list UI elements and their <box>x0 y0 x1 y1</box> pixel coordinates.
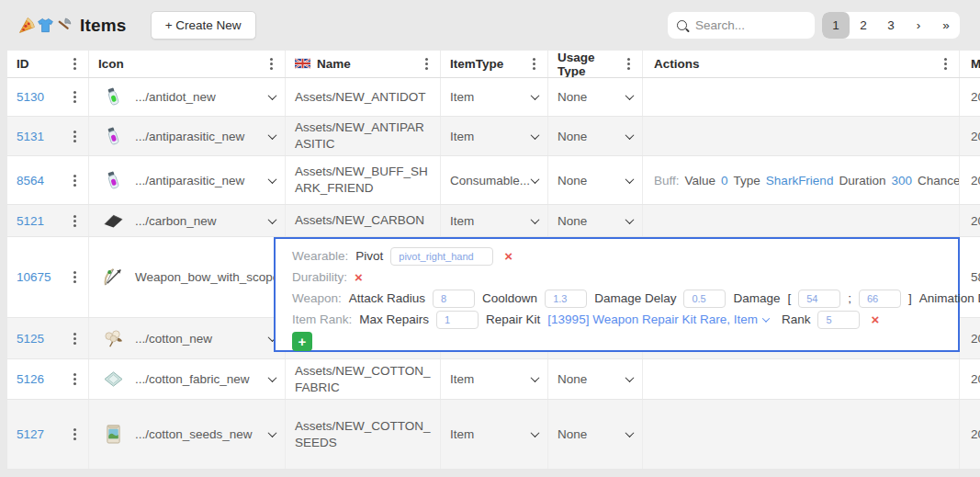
icon-path-label: Weapon_bow_with_scope <box>135 270 279 284</box>
bow-icon <box>102 267 124 288</box>
title-icons <box>18 17 73 34</box>
usagetype-select[interactable]: None <box>548 156 643 204</box>
chevron-down-icon <box>531 175 540 184</box>
search-box[interactable] <box>668 12 815 39</box>
kebab-menu-icon[interactable] <box>944 62 947 65</box>
action-field-value[interactable]: 300 <box>891 174 912 187</box>
pivot-input[interactable] <box>390 247 493 266</box>
max-cell: 20 <box>960 156 980 204</box>
attack-radius-input[interactable] <box>433 290 475 308</box>
header-name: Name <box>286 51 441 77</box>
chevron-down-icon[interactable] <box>268 215 277 224</box>
repair-kit-link[interactable]: [13995] Weapon Repair Kit Rare, Item <box>547 312 769 326</box>
table-row: 5121 .../carbon_new Assets/NEW_CARBON It… <box>7 205 980 237</box>
table-header-row: ID Icon Name ItemType Usage Type Actions <box>7 51 980 78</box>
repair-kit-label: Repair Kit <box>486 312 540 326</box>
item-id-link[interactable]: 10675 <box>17 270 51 284</box>
damage-max-input[interactable] <box>859 290 901 308</box>
chevron-down-icon <box>531 373 540 382</box>
vial-purple-icon <box>102 126 124 147</box>
usagetype-select[interactable]: None <box>548 400 643 469</box>
item-id-link[interactable]: 5127 <box>17 427 44 441</box>
cooldown-input[interactable] <box>545 290 587 308</box>
rank-label: Rank <box>782 312 811 326</box>
header-icon: Icon <box>89 51 286 77</box>
kebab-menu-icon[interactable] <box>73 62 76 65</box>
chevron-down-icon[interactable] <box>268 175 277 184</box>
table-row: 5126 .../cotton_fabric_new Assets/NEW_CO… <box>7 359 980 400</box>
usagetype-select[interactable]: None <box>548 205 643 236</box>
kebab-menu-icon[interactable] <box>73 378 76 380</box>
itemtype-select[interactable]: Item <box>441 117 548 155</box>
name-cell: Assets/NEW_BUFF_SHARK_FRIEND <box>286 156 441 204</box>
vial-purple-icon <box>102 170 124 191</box>
chevron-down-icon[interactable] <box>268 373 277 382</box>
table-row: 5127 .../cotton_seeds_new Assets/NEW_COT… <box>7 400 980 470</box>
kebab-menu-icon[interactable] <box>270 62 273 65</box>
kebab-menu-icon[interactable] <box>73 433 76 436</box>
kebab-menu-icon[interactable] <box>627 62 630 65</box>
remove-item-rank-icon[interactable]: × <box>871 312 879 326</box>
kebab-menu-icon[interactable] <box>73 135 76 138</box>
header-itemtype: ItemType <box>441 51 548 77</box>
max-cell: 20 <box>960 78 980 116</box>
remove-wearable-icon[interactable]: × <box>504 249 513 263</box>
item-id-link[interactable]: 5121 <box>17 214 44 228</box>
kebab-menu-icon[interactable] <box>533 62 535 65</box>
item-id-link[interactable]: 5131 <box>17 130 44 143</box>
add-property-button[interactable]: + <box>292 332 312 351</box>
itemtype-select[interactable]: Item <box>441 78 548 116</box>
kebab-menu-icon[interactable] <box>73 220 76 222</box>
search-icon <box>677 20 687 30</box>
usagetype-select[interactable]: None <box>548 117 643 155</box>
max-repairs-input[interactable] <box>436 311 479 329</box>
action-field-value[interactable]: SharkFriend <box>766 174 834 187</box>
page-next-button[interactable]: › <box>905 12 932 39</box>
page-button-1[interactable]: 1 <box>822 12 850 39</box>
actions-cell <box>643 359 960 399</box>
create-new-button[interactable]: + Create New <box>151 11 256 40</box>
kebab-menu-icon[interactable] <box>73 96 76 98</box>
damage-separator: ; <box>848 291 851 305</box>
kebab-menu-icon[interactable] <box>73 337 76 340</box>
page-last-button[interactable]: » <box>932 12 960 39</box>
chevron-down-icon <box>625 91 635 100</box>
carbon-icon <box>102 212 124 230</box>
kebab-menu-icon[interactable] <box>73 276 76 278</box>
page-button-2[interactable]: 2 <box>850 12 877 39</box>
chevron-down-icon[interactable] <box>268 428 277 437</box>
remove-durability-icon[interactable]: × <box>355 270 363 284</box>
itemtype-select[interactable]: Item <box>441 205 548 236</box>
item-id-link[interactable]: 8564 <box>17 174 44 187</box>
itemtype-select[interactable]: Item <box>441 359 548 399</box>
chevron-down-icon[interactable] <box>268 91 277 100</box>
max-cell: 20 <box>960 318 980 358</box>
action-field-value[interactable]: 0 <box>721 174 728 187</box>
max-cell: 20 <box>960 400 980 469</box>
kebab-menu-icon[interactable] <box>425 62 428 65</box>
seeds-icon <box>102 424 124 445</box>
item-id-link[interactable]: 5130 <box>17 90 44 104</box>
table-row: 8564 .../antiparasitic_new Assets/NEW_BU… <box>7 156 980 205</box>
rank-input[interactable] <box>817 311 860 329</box>
chevron-down-icon[interactable] <box>268 131 277 140</box>
actions-cell <box>643 78 960 116</box>
tshirt-icon <box>37 17 54 34</box>
header-id: ID <box>7 51 89 77</box>
search-input[interactable] <box>695 18 796 32</box>
page-button-3[interactable]: 3 <box>877 12 905 39</box>
kebab-menu-icon[interactable] <box>73 179 76 182</box>
action-field-label: Value <box>685 174 716 187</box>
pagination: 1 2 3 › » <box>822 12 960 39</box>
damage-delay-input[interactable] <box>683 290 726 308</box>
usagetype-select[interactable]: None <box>548 359 643 399</box>
action-field-label: Type <box>734 174 760 187</box>
itemtype-select[interactable]: Item <box>441 400 548 469</box>
itemtype-select[interactable]: Consumable... <box>441 156 548 204</box>
bracket-close: ] <box>908 291 912 305</box>
damage-min-input[interactable] <box>798 290 840 308</box>
usagetype-select[interactable]: None <box>548 78 643 116</box>
item-id-link[interactable]: 5125 <box>17 332 44 346</box>
page-title: Items <box>80 16 127 36</box>
item-id-link[interactable]: 5126 <box>17 372 44 386</box>
